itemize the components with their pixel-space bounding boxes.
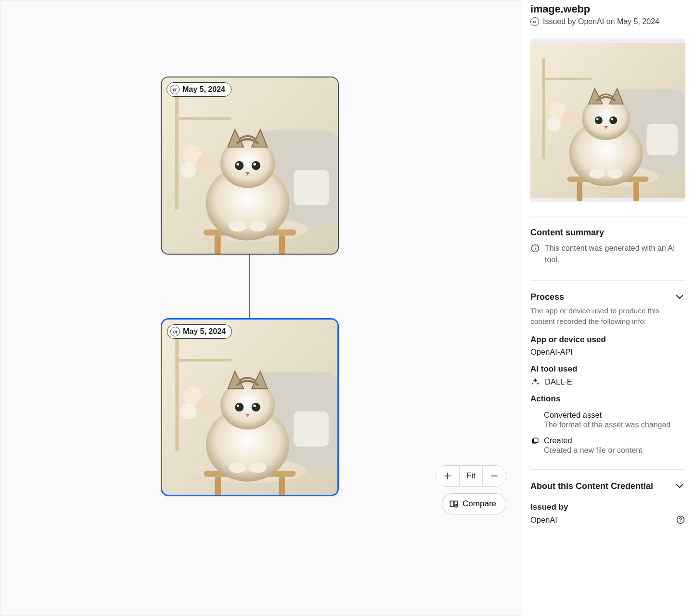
- process-desc: The app or device used to produce this c…: [530, 306, 685, 326]
- provenance-canvas[interactable]: cr May 5, 2024 cr May 5, 2024 Fit: [0, 0, 521, 616]
- compare-icon: [449, 499, 459, 509]
- info-icon: [530, 244, 540, 253]
- issued-by-value: OpenAI: [530, 515, 557, 525]
- provenance-node[interactable]: cr May 5, 2024: [161, 77, 339, 255]
- app-used-label: App or device used: [530, 335, 685, 345]
- node-date: May 5, 2024: [183, 327, 226, 336]
- chevron-down-icon: [674, 291, 685, 303]
- compare-label: Compare: [463, 499, 496, 509]
- provenance-node-selected[interactable]: cr May 5, 2024: [161, 318, 339, 496]
- content-summary-title: Content summary: [530, 228, 685, 238]
- content-summary-text: This content was generated with an AI to…: [545, 243, 685, 266]
- issued-text: Issued by OpenAI on May 5, 2024: [543, 17, 659, 26]
- divider: [530, 280, 685, 281]
- node-date-badge: cr May 5, 2024: [167, 324, 232, 339]
- node-date: May 5, 2024: [182, 85, 225, 94]
- chevron-down-icon: [674, 480, 685, 492]
- created-icon: [530, 437, 539, 446]
- svg-point-27: [535, 246, 536, 247]
- action-desc: The format of the asset was changed: [544, 421, 685, 429]
- ai-tool-value: DALL·E: [545, 377, 572, 386]
- action-title: Converted asset: [544, 411, 685, 420]
- zoom-controls: Fit: [436, 465, 506, 487]
- cr-badge-icon: cr: [530, 17, 539, 26]
- zoom-in-button[interactable]: [436, 466, 459, 486]
- zoom-out-button[interactable]: [483, 466, 506, 486]
- divider: [530, 217, 685, 217]
- ai-tool-label: AI tool used: [530, 364, 685, 374]
- plus-icon: [443, 471, 452, 481]
- svg-point-31: [680, 522, 681, 523]
- filename: image.webp: [530, 3, 685, 15]
- app-used-value: OpenAI-API: [530, 347, 685, 357]
- divider: [530, 469, 685, 470]
- issued-by-line: cr Issued by OpenAI on May 5, 2024: [530, 17, 685, 26]
- action-item: Converted asset The format of the asset …: [530, 411, 685, 429]
- details-sidebar: image.webp cr Issued by OpenAI on May 5,…: [521, 0, 695, 616]
- sidebar-thumbnail: [530, 38, 685, 202]
- action-title: Created: [544, 436, 685, 445]
- ai-sparkle-icon: [530, 377, 540, 386]
- process-section-header[interactable]: Process: [530, 291, 685, 303]
- minus-icon: [489, 471, 499, 481]
- svg-rect-23: [450, 501, 454, 507]
- compare-button[interactable]: Compare: [442, 493, 506, 514]
- issued-by-label: Issued by: [530, 502, 685, 512]
- about-section-header[interactable]: About this Content Credential: [530, 480, 685, 492]
- help-icon[interactable]: [676, 515, 685, 525]
- about-title: About this Content Credential: [530, 481, 653, 492]
- node-date-badge: cr May 5, 2024: [167, 82, 232, 97]
- provenance-connector: [249, 255, 250, 318]
- node-image: [162, 320, 337, 495]
- actions-label: Actions: [530, 394, 685, 404]
- zoom-fit-button[interactable]: Fit: [459, 466, 483, 486]
- cr-badge-icon: cr: [170, 85, 180, 94]
- node-image: [162, 77, 338, 254]
- action-item: Created Created a new file or content: [530, 436, 685, 455]
- process-title: Process: [530, 292, 564, 302]
- svg-rect-29: [534, 438, 538, 443]
- action-desc: Created a new file or content: [544, 446, 685, 455]
- cr-badge-icon: cr: [170, 327, 180, 336]
